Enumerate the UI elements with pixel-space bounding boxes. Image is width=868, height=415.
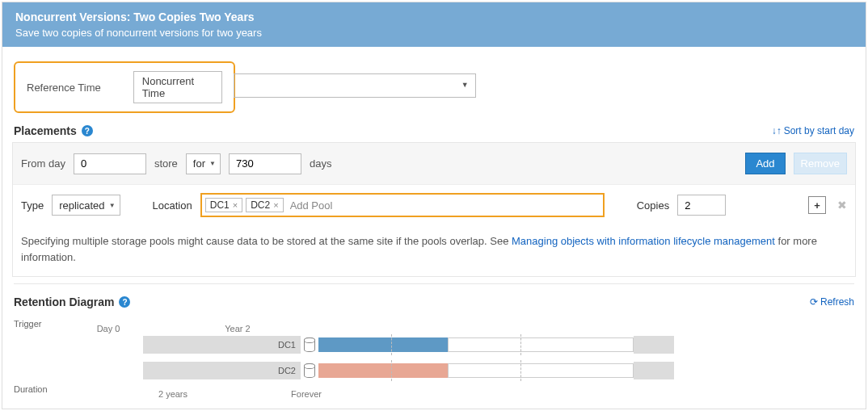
location-label: Location [153,199,192,212]
axis-day0: Day 0 [97,324,120,333]
dc2-post-bar [448,363,634,378]
dc2-active-bar [318,363,448,378]
retention-row-dc1: DC1 [14,334,854,355]
reference-time-label: Reference Time [27,82,101,94]
add-pool-placeholder: Add Pool [290,199,333,212]
from-day-input[interactable] [74,153,146,174]
policy-panel: Noncurrent Versions: Two Copies Two Year… [2,2,866,409]
refresh-button[interactable]: ⟳ Refresh [810,296,854,308]
pool-tag-dc2: DC2 × [246,198,283,212]
dc2-tail [634,362,674,379]
retention-diagram: Trigger Day 0 Year 2 DC1 [14,313,854,397]
cylinder-icon [304,337,315,352]
trigger-label: Trigger [14,319,143,329]
remove-pool-icon[interactable]: × [233,200,238,210]
location-input[interactable]: DC1 × DC2 × Add Pool [200,193,605,217]
remove-pool-icon[interactable]: × [273,200,278,210]
reference-time-select[interactable] [234,73,476,98]
refresh-icon: ⟳ [810,296,818,308]
sort-icon: ↓↑ [772,125,782,136]
placement-config-row: Type replicated Location DC1 × DC2 × Add… [13,184,855,225]
help-icon[interactable]: ? [119,296,130,308]
panel-subtitle: Save two copies of noncurrent versions f… [15,27,853,39]
for-days-input[interactable] [229,153,301,174]
type-label: Type [21,199,44,212]
panel-header: Noncurrent Versions: Two Copies Two Year… [2,2,866,47]
copies-input[interactable] [677,195,726,216]
dc1-post-bar [448,337,634,352]
duration-label: Duration [14,384,143,394]
sort-by-start-day[interactable]: ↓↑ Sort by start day [772,125,854,136]
dc1-label: DC1 [143,336,301,354]
dc2-label: DC2 [143,362,301,379]
placements-box: From day store for days Add Remove Type … [12,142,856,277]
panel-body: Reference Time Noncurrent Time Placement… [2,47,866,409]
help-icon[interactable]: ? [82,125,93,136]
duration-forever: Forever [291,389,322,399]
retention-row-dc2: DC2 [14,360,854,381]
duration-2years: 2 years [158,389,188,399]
from-day-label: From day [21,157,65,170]
store-label: store [154,157,178,170]
reference-time-value: Noncurrent Time [133,71,222,103]
store-mode-select[interactable]: for [186,153,221,174]
axis-year2: Year 2 [225,324,250,333]
placements-warning: Specifying multiple storage pools might … [13,225,855,276]
add-button[interactable]: Add [745,153,785,174]
cylinder-icon [304,363,315,378]
dc1-tail [634,336,674,354]
placement-timing-row: From day store for days Add Remove [13,143,855,184]
placements-title: Placements ? [14,124,93,137]
add-placement-icon[interactable]: + [808,196,826,214]
copies-label: Copies [637,199,669,212]
type-select[interactable]: replicated [52,195,120,216]
remove-button: Remove [794,153,847,174]
pool-tag-dc1: DC1 × [205,198,242,212]
ilm-doc-link[interactable]: Managing objects with information lifecy… [512,235,775,247]
panel-title: Noncurrent Versions: Two Copies Two Year… [15,10,853,23]
retention-title: Retention Diagram ? [14,296,130,308]
delete-placement-icon[interactable]: ✖ [837,199,847,212]
dc1-active-bar [318,337,448,352]
days-label: days [310,157,331,170]
reference-time-box: Reference Time Noncurrent Time [14,61,235,113]
